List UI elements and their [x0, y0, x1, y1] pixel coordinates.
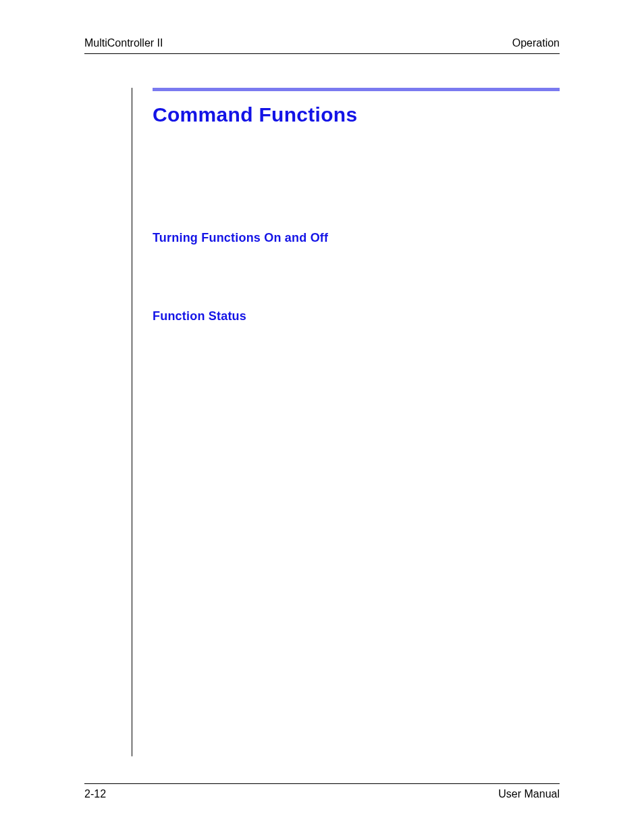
subsection-heading: Function Status	[153, 309, 560, 323]
section-rule	[153, 88, 560, 91]
footer-right-text: User Manual	[498, 788, 560, 800]
section-title: Command Functions	[153, 103, 560, 126]
page-footer: 2-12 User Manual	[84, 783, 560, 800]
header-left-text: MultiController II	[84, 37, 163, 49]
footer-page-number: 2-12	[84, 788, 106, 800]
document-page: MultiController II Operation Command Fun…	[0, 0, 644, 834]
content-area: Command Functions Turning Functions On a…	[132, 88, 560, 756]
subsection-heading: Turning Functions On and Off	[153, 231, 560, 245]
header-right-text: Operation	[512, 37, 560, 49]
page-header: MultiController II Operation	[84, 37, 560, 54]
